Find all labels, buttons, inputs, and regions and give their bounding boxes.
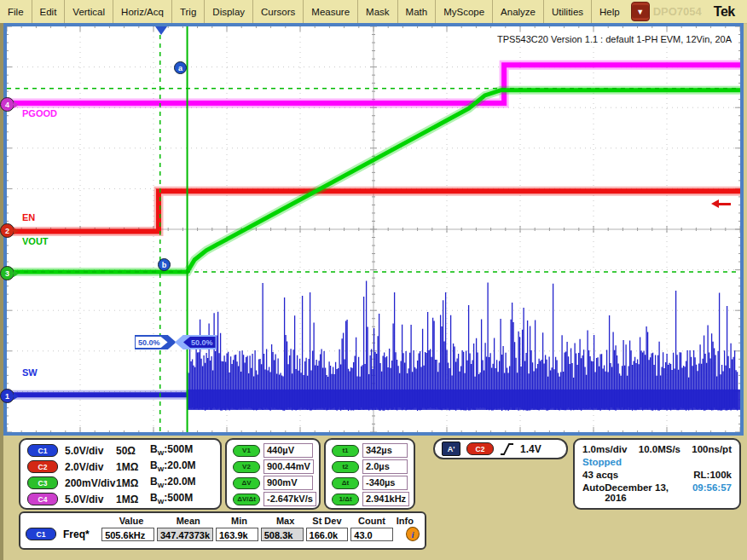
trigger-position-flag-right-label: 50.0%	[183, 337, 216, 348]
acq-state-line: Stopped	[582, 457, 732, 467]
voltage-cursor-panel: V1 440µV V2 900.44mV ΔV 900mV ΔV/Δt -2.6…	[225, 438, 321, 510]
menu-bar: File Edit Vertical Horiz/Acq Trig Displa…	[0, 0, 747, 24]
datetime-line: Auto December 13, 2016 09:56:57	[582, 482, 732, 503]
cursor-dvdt-value: -2.647kV/s	[263, 492, 316, 506]
date-label: December 13, 2016	[605, 482, 692, 503]
waveform-area[interactable]: TPS543C20 Version 1.1 : default 1-PH EVM…	[7, 26, 740, 432]
measurement-source-badge[interactable]: C1	[26, 528, 56, 540]
trigger-position-marker[interactable]	[155, 26, 167, 35]
channel-c1-badge[interactable]: C1	[27, 444, 58, 457]
cursor-t1-row: t1 342µs	[327, 442, 412, 459]
timebase-scale: 1.0ms/div	[582, 444, 627, 454]
measurement-value: 505.6kHz	[101, 528, 154, 541]
trigger-mode: Auto	[582, 482, 605, 503]
cursor-t2-value: 2.0µs	[362, 459, 408, 474]
channel-1-ground-marker[interactable]: 1	[0, 389, 14, 403]
menu-mask[interactable]: Mask	[358, 0, 397, 23]
cursor-v1-value: 440µV	[263, 443, 313, 458]
info-icon[interactable]: i	[406, 527, 420, 541]
screen-annotation: TPS543C20 Version 1.1 : default 1-PH EVM…	[497, 34, 732, 44]
menu-cursors[interactable]: Cursors	[253, 0, 304, 23]
channel-row-c3: C3 200mV/div 1MΩ BW:20.0M	[20, 475, 220, 491]
time-label: 09:56:57	[692, 482, 732, 503]
trigger-position-flag-left[interactable]: 50.0%	[135, 335, 177, 349]
trigger-level-marker[interactable]	[711, 199, 731, 208]
cursor-dvdt-badge: ΔV/Δt	[233, 494, 260, 505]
menu-analyze[interactable]: Analyze	[493, 0, 544, 23]
cursor-invdt-row: 1/Δt 2.941kHz	[327, 491, 412, 507]
cursor-dt-value: -340µs	[362, 476, 408, 490]
channel-c3-badge[interactable]: C3	[27, 476, 58, 489]
menu-horiz-acq[interactable]: Horiz/Acq	[113, 0, 172, 23]
cursor-t2-row: t2 2.0µs	[327, 459, 412, 475]
channel-4-number: 4	[5, 101, 9, 109]
channel-4-ground-marker[interactable]: 4	[0, 97, 14, 112]
c1-impedance: 50Ω	[116, 445, 150, 457]
record-length: RL:100k	[693, 470, 732, 480]
channel-c4-badge[interactable]: C4	[27, 493, 58, 505]
cursor-dv-badge: ΔV	[233, 477, 260, 489]
cursor-a-tag[interactable]: a	[174, 61, 187, 74]
waveform-plot-frame: TPS543C20 Version 1.1 : default 1-PH EVM…	[3, 23, 744, 436]
resolution: 100ns/pt	[692, 444, 732, 454]
trigger-position-flag-left-label: 50.0%	[136, 337, 168, 348]
header-max: Max	[256, 516, 303, 526]
trigger-level-arrow-tail	[719, 203, 731, 205]
channel-1-number: 1	[5, 392, 9, 401]
channel-c2-badge[interactable]: C2	[27, 460, 58, 473]
menu-utilities[interactable]: Utilities	[544, 0, 592, 23]
force-trigger-button[interactable]: ▼	[631, 2, 650, 21]
c1-scale: 5.0V/div	[65, 445, 116, 457]
cursor-b-tag[interactable]: b	[158, 258, 171, 271]
c4-impedance: 1MΩ	[116, 494, 150, 505]
trigger-position-flag-right[interactable]: 50.0%	[175, 335, 217, 349]
header-stdev: St Dev	[303, 516, 346, 526]
trigger-arrow-icon: ▼	[632, 5, 649, 18]
menu-file[interactable]: File	[0, 0, 32, 23]
c1-bandwidth: BW:500M	[150, 443, 213, 457]
trigger-readout-panel: A' C2 1.4V	[433, 438, 568, 459]
header-mean: Mean	[152, 516, 208, 526]
cursor-dt-badge: Δt	[332, 477, 359, 489]
menu-vertical[interactable]: Vertical	[65, 0, 113, 23]
measurement-min: 163.9k	[216, 528, 258, 541]
channel-2-ground-marker[interactable]: 2	[0, 223, 14, 238]
menu-math[interactable]: Math	[398, 0, 437, 23]
c4-scale: 5.0V/div	[65, 494, 116, 505]
rising-edge-icon	[500, 442, 514, 456]
c2-impedance: 1MΩ	[116, 461, 150, 473]
menu-display[interactable]: Display	[205, 0, 253, 23]
menu-myscope[interactable]: MyScope	[436, 0, 493, 23]
measurement-count: 43.0	[350, 528, 393, 541]
channel-settings-panel: C1 5.0V/div 50Ω BW:500M C2 2.0V/div 1MΩ …	[19, 438, 222, 510]
timebase-line1: 1.0ms/div 10.0MS/s 100ns/pt	[582, 444, 732, 454]
trace-label-en: EN	[22, 212, 35, 222]
cursor-dvdt-row: ΔV/Δt -2.647kV/s	[229, 491, 317, 507]
c3-scale: 200mV/div	[65, 477, 116, 489]
cursor-invdt-badge: 1/Δt	[332, 494, 359, 505]
header-min: Min	[209, 516, 256, 526]
cursor-dv-value: 900mV	[263, 476, 313, 490]
measurement-max: 508.3k	[261, 528, 304, 541]
channel-3-ground-marker[interactable]: 3	[0, 266, 14, 280]
menu-edit[interactable]: Edit	[32, 0, 66, 23]
c2-scale: 2.0V/div	[65, 461, 116, 473]
cursor-v2-row: V2 900.44mV	[229, 459, 317, 475]
cursor-v2-value: 900.44mV	[263, 459, 314, 474]
tek-logo: Tek	[714, 4, 735, 20]
trigger-level-arrow-icon	[711, 199, 719, 208]
trace-label-sw: SW	[22, 367, 38, 378]
time-cursor-panel: t1 342µs t2 2.0µs Δt -340µs 1/Δt 2.941kH…	[324, 438, 415, 510]
channel-row-c1: C1 5.0V/div 50Ω BW:500M	[20, 442, 220, 459]
cursor-v1-row: V1 440µV	[229, 442, 317, 459]
menu-measure[interactable]: Measure	[304, 0, 358, 23]
menu-trig[interactable]: Trig	[172, 0, 205, 23]
trigger-source-badge[interactable]: C2	[466, 442, 494, 455]
measurement-mean: 347.47373k	[157, 528, 213, 541]
measurement-stdev: 166.0k	[306, 528, 349, 541]
cursor-v2-badge: V2	[233, 461, 260, 473]
menu-help[interactable]: Help	[592, 0, 628, 23]
c3-bandwidth: BW:20.0M	[150, 476, 213, 489]
waveform-canvas[interactable]	[7, 26, 740, 432]
cursor-dv-row: ΔV 900mV	[229, 475, 317, 491]
